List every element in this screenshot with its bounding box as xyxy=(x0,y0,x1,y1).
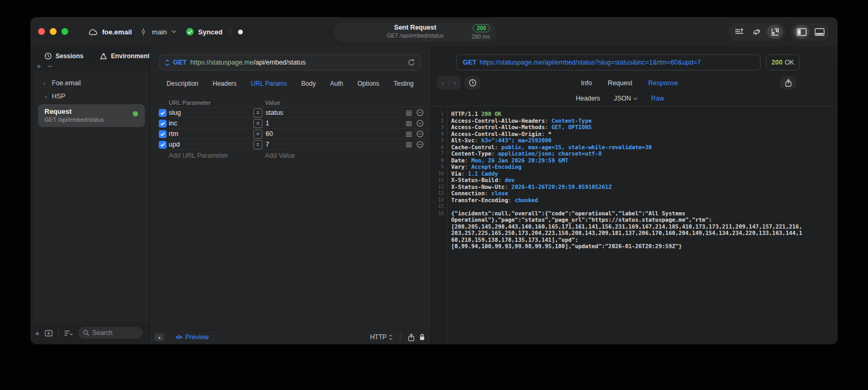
param-enabled-checkbox[interactable] xyxy=(159,141,167,149)
param-name-input[interactable]: rtm xyxy=(169,130,253,138)
merge-branch-button[interactable] xyxy=(749,25,765,39)
equals-chip: = xyxy=(253,140,262,149)
remove-param-button[interactable] xyxy=(416,109,424,116)
close-window-button[interactable] xyxy=(38,28,45,35)
chevron-down-icon[interactable] xyxy=(171,30,176,33)
tab-info[interactable]: Info xyxy=(581,79,592,87)
response-url-box[interactable]: GET https://statuspage.me/api/embed/stat… xyxy=(456,55,761,70)
new-request-button[interactable]: + xyxy=(35,329,40,338)
forward-button[interactable]: › xyxy=(449,79,461,87)
history-clock-button[interactable] xyxy=(464,76,480,89)
sent-request-pill[interactable]: Sent Request GET /api/embed/status 200 2… xyxy=(334,22,496,42)
sidebar-add-remove: + − xyxy=(36,62,52,70)
sidebar-tree: › Foe.email ⌄ HSP Request GET /api/embed… xyxy=(34,71,149,322)
chevron-down-icon[interactable]: ⌄ xyxy=(43,93,48,99)
tab-sessions[interactable]: Sessions xyxy=(44,52,84,60)
response-raw-view: 1HTTP/1.1 200 OK2Access-Control-Allow-He… xyxy=(431,106,837,344)
collapse-panel-button[interactable]: ▲ xyxy=(155,333,164,341)
back-button[interactable]: ‹ xyxy=(437,79,449,87)
sidebar-request-item[interactable]: Request GET /api/embed/status xyxy=(38,104,145,127)
minimize-window-button[interactable] xyxy=(50,28,57,35)
new-folder-button[interactable] xyxy=(44,329,53,337)
code-line-16-cont-18: 203,257,225,165,250,173,204,223,158,208,… xyxy=(431,230,837,237)
param-enabled-checkbox[interactable] xyxy=(159,109,167,117)
param-value-input[interactable]: 1 xyxy=(266,120,269,127)
chevron-right-icon[interactable]: › xyxy=(43,80,48,86)
reorder-requests-button[interactable] xyxy=(731,25,747,39)
method-label[interactable]: GET xyxy=(173,59,187,66)
drag-handle-icon[interactable] xyxy=(406,142,412,148)
toggle-bottom-panel-button[interactable] xyxy=(811,25,827,39)
code-line-2: 2Access-Control-Allow-Headers: Content-T… xyxy=(431,117,837,124)
param-name-input[interactable]: inc xyxy=(169,120,253,127)
tree-item-hsp[interactable]: ⌄ HSP xyxy=(38,89,145,103)
method-select-arrows-icon[interactable] xyxy=(165,59,169,66)
param-value-input[interactable]: 60 xyxy=(266,130,273,138)
gutter-divider xyxy=(447,106,447,344)
sync-status-label[interactable]: Synced xyxy=(198,28,223,36)
chevron-down-icon xyxy=(633,97,637,100)
tab-body[interactable]: Body xyxy=(301,80,316,87)
request-status-dot xyxy=(133,111,138,116)
sort-filter-button[interactable] xyxy=(64,330,74,337)
drag-handle-icon[interactable] xyxy=(406,131,412,137)
zoom-window-button[interactable] xyxy=(61,28,68,35)
params-header-row: URL Parameter Value xyxy=(150,97,431,107)
param-column-header: URL Parameter xyxy=(169,99,253,106)
tab-response[interactable]: Response xyxy=(648,79,678,87)
drag-handle-icon[interactable] xyxy=(406,110,412,116)
send-receive-button[interactable] xyxy=(767,25,783,39)
tree-item-label: HSP xyxy=(52,93,66,100)
tab-auth[interactable]: Auth xyxy=(330,80,343,87)
subtab-json[interactable]: JSON xyxy=(614,95,638,102)
duration-label: 280 ms xyxy=(472,33,490,40)
sidebar-bottom-bar: + Search xyxy=(31,322,147,344)
request-url-text[interactable]: https://statuspage.me/api/embed/status xyxy=(190,59,306,66)
project-name[interactable]: foe.email xyxy=(102,28,132,36)
protocol-select[interactable]: HTTP xyxy=(370,333,392,341)
param-enabled-checkbox[interactable] xyxy=(159,130,167,138)
resend-icon[interactable] xyxy=(408,59,415,66)
remove-param-button[interactable] xyxy=(416,130,424,138)
add-url-parameter-button[interactable]: Add URL Parameter xyxy=(169,152,253,159)
tab-environments[interactable]: Environments xyxy=(99,52,153,60)
sidebar-search-input[interactable]: Search xyxy=(78,327,143,339)
tab-description[interactable]: Description xyxy=(167,80,198,87)
toggle-left-panel-button[interactable] xyxy=(793,25,809,39)
param-enabled-checkbox[interactable] xyxy=(159,120,167,128)
share-icon[interactable] xyxy=(408,333,415,341)
branch-name[interactable]: main xyxy=(152,28,167,36)
param-name-input[interactable]: slug xyxy=(169,109,253,116)
subtab-headers[interactable]: Headers xyxy=(576,95,600,102)
tab-testing[interactable]: Testing xyxy=(394,80,414,87)
code-line-8: 8Date: Mon, 26 Jan 2026 20:29:59 GMT xyxy=(431,157,837,164)
param-name-input[interactable]: upd xyxy=(169,141,253,148)
subtab-raw[interactable]: Raw xyxy=(651,95,664,102)
url-host: https://statuspage.me xyxy=(190,59,254,66)
param-value-input[interactable]: status xyxy=(266,109,283,116)
request-url-field[interactable]: GET https://statuspage.me/api/embed/stat… xyxy=(159,55,421,70)
code-line-16-cont-19: 60,218,159,138,178,135,173,141],"upd": xyxy=(431,237,837,243)
tab-url-params[interactable]: URL Params xyxy=(251,80,287,87)
tab-request[interactable]: Request xyxy=(608,79,633,87)
remove-param-button[interactable] xyxy=(416,120,424,127)
export-response-button[interactable] xyxy=(780,76,796,89)
code-line-3: 3Access-Control-Allow-Methods: GET, OPTI… xyxy=(431,124,837,131)
add-value-button[interactable]: Add Value xyxy=(253,152,403,159)
drag-handle-icon[interactable] xyxy=(406,121,412,126)
divider xyxy=(400,333,400,341)
equals-chip: = xyxy=(253,130,262,139)
param-value-input[interactable]: 7 xyxy=(266,141,269,148)
project-cluster: foe.email main Synced xyxy=(88,17,243,46)
sidebar: Sessions Environments + − › xyxy=(31,46,149,344)
tree-item-foe-email[interactable]: › Foe.email xyxy=(38,76,145,89)
add-button[interactable]: + xyxy=(36,62,41,70)
preview-button[interactable]: </> Preview xyxy=(176,333,209,341)
sent-request-status: 200 280 ms xyxy=(472,24,490,40)
screen: foe.email main Synced Sent Request xyxy=(0,0,868,390)
remove-button[interactable]: − xyxy=(48,62,52,70)
tab-options[interactable]: Options xyxy=(358,80,379,87)
tab-headers[interactable]: Headers xyxy=(213,80,236,87)
lock-icon[interactable] xyxy=(419,333,425,341)
remove-param-button[interactable] xyxy=(416,141,424,148)
